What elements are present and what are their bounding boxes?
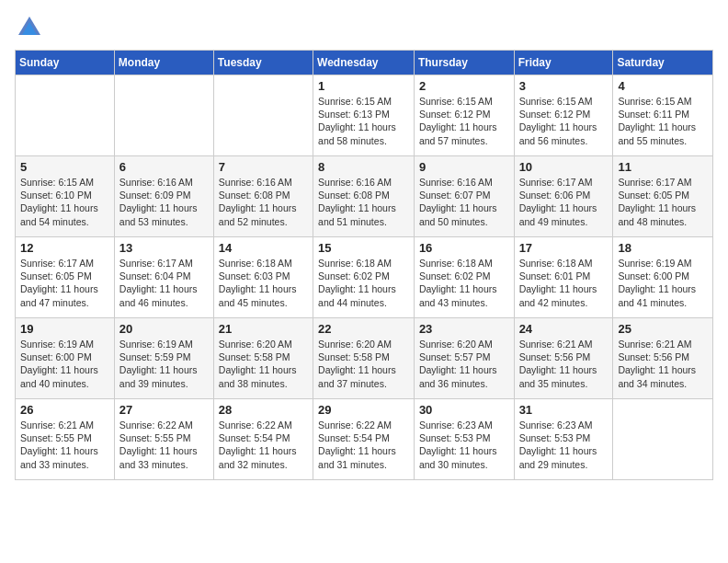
day-number: 14 xyxy=(219,241,308,255)
day-number: 1 xyxy=(318,79,409,93)
calendar-cell: 26Sunrise: 6:21 AM Sunset: 5:55 PM Dayli… xyxy=(16,399,115,480)
day-number: 29 xyxy=(318,403,409,417)
day-info: Sunrise: 6:19 AM Sunset: 6:00 PM Dayligh… xyxy=(20,338,109,390)
calendar-cell: 14Sunrise: 6:18 AM Sunset: 6:03 PM Dayli… xyxy=(213,237,313,318)
day-info: Sunrise: 6:20 AM Sunset: 5:58 PM Dayligh… xyxy=(318,338,409,390)
day-number: 20 xyxy=(119,322,209,336)
calendar-cell: 6Sunrise: 6:16 AM Sunset: 6:09 PM Daylig… xyxy=(114,156,213,237)
logo-icon xyxy=(17,15,42,40)
calendar-cell: 18Sunrise: 6:19 AM Sunset: 6:00 PM Dayli… xyxy=(613,237,713,318)
day-number: 12 xyxy=(20,241,109,255)
day-info: Sunrise: 6:18 AM Sunset: 6:01 PM Dayligh… xyxy=(519,257,609,309)
day-number: 31 xyxy=(519,403,609,417)
calendar-week-2: 5Sunrise: 6:15 AM Sunset: 6:10 PM Daylig… xyxy=(16,156,713,237)
calendar-cell xyxy=(613,399,713,480)
day-info: Sunrise: 6:22 AM Sunset: 5:54 PM Dayligh… xyxy=(318,419,409,471)
day-info: Sunrise: 6:15 AM Sunset: 6:10 PM Dayligh… xyxy=(20,176,109,228)
day-info: Sunrise: 6:23 AM Sunset: 5:53 PM Dayligh… xyxy=(419,419,509,471)
calendar-cell: 31Sunrise: 6:23 AM Sunset: 5:53 PM Dayli… xyxy=(514,399,613,480)
day-number: 9 xyxy=(419,160,509,174)
day-info: Sunrise: 6:16 AM Sunset: 6:08 PM Dayligh… xyxy=(318,176,409,228)
day-number: 4 xyxy=(618,79,708,93)
weekday-header-wednesday: Wednesday xyxy=(313,51,415,75)
day-info: Sunrise: 6:16 AM Sunset: 6:08 PM Dayligh… xyxy=(219,176,308,228)
calendar-cell: 1Sunrise: 6:15 AM Sunset: 6:13 PM Daylig… xyxy=(313,75,415,156)
weekday-header-sunday: Sunday xyxy=(16,51,115,75)
day-number: 5 xyxy=(20,160,109,174)
day-info: Sunrise: 6:17 AM Sunset: 6:05 PM Dayligh… xyxy=(20,257,109,309)
day-info: Sunrise: 6:20 AM Sunset: 5:58 PM Dayligh… xyxy=(219,338,308,390)
day-number: 13 xyxy=(119,241,209,255)
day-number: 16 xyxy=(419,241,509,255)
day-number: 21 xyxy=(219,322,308,336)
calendar-cell: 23Sunrise: 6:20 AM Sunset: 5:57 PM Dayli… xyxy=(414,318,514,399)
day-info: Sunrise: 6:15 AM Sunset: 6:12 PM Dayligh… xyxy=(419,95,509,147)
calendar-cell: 8Sunrise: 6:16 AM Sunset: 6:08 PM Daylig… xyxy=(313,156,415,237)
calendar-cell: 15Sunrise: 6:18 AM Sunset: 6:02 PM Dayli… xyxy=(313,237,415,318)
day-info: Sunrise: 6:18 AM Sunset: 6:03 PM Dayligh… xyxy=(219,257,308,309)
day-info: Sunrise: 6:22 AM Sunset: 5:54 PM Dayligh… xyxy=(219,419,308,471)
calendar-cell: 4Sunrise: 6:15 AM Sunset: 6:11 PM Daylig… xyxy=(613,75,713,156)
day-info: Sunrise: 6:21 AM Sunset: 5:56 PM Dayligh… xyxy=(618,338,708,390)
day-info: Sunrise: 6:19 AM Sunset: 5:59 PM Dayligh… xyxy=(119,338,209,390)
day-info: Sunrise: 6:15 AM Sunset: 6:12 PM Dayligh… xyxy=(519,95,609,147)
calendar-week-1: 1Sunrise: 6:15 AM Sunset: 6:13 PM Daylig… xyxy=(16,75,713,156)
calendar-week-3: 12Sunrise: 6:17 AM Sunset: 6:05 PM Dayli… xyxy=(16,237,713,318)
day-number: 27 xyxy=(119,403,209,417)
calendar-cell: 30Sunrise: 6:23 AM Sunset: 5:53 PM Dayli… xyxy=(414,399,514,480)
day-info: Sunrise: 6:21 AM Sunset: 5:55 PM Dayligh… xyxy=(20,419,109,471)
day-number: 17 xyxy=(519,241,609,255)
calendar-cell: 7Sunrise: 6:16 AM Sunset: 6:08 PM Daylig… xyxy=(213,156,313,237)
calendar-cell: 9Sunrise: 6:16 AM Sunset: 6:07 PM Daylig… xyxy=(414,156,514,237)
day-number: 15 xyxy=(318,241,409,255)
logo xyxy=(15,15,42,40)
calendar-cell: 16Sunrise: 6:18 AM Sunset: 6:02 PM Dayli… xyxy=(414,237,514,318)
weekday-header-row: SundayMondayTuesdayWednesdayThursdayFrid… xyxy=(16,51,713,75)
day-info: Sunrise: 6:15 AM Sunset: 6:13 PM Dayligh… xyxy=(318,95,409,147)
day-info: Sunrise: 6:20 AM Sunset: 5:57 PM Dayligh… xyxy=(419,338,509,390)
calendar-cell: 21Sunrise: 6:20 AM Sunset: 5:58 PM Dayli… xyxy=(213,318,313,399)
calendar-cell: 29Sunrise: 6:22 AM Sunset: 5:54 PM Dayli… xyxy=(313,399,415,480)
day-number: 30 xyxy=(419,403,509,417)
day-number: 19 xyxy=(20,322,109,336)
calendar-cell: 19Sunrise: 6:19 AM Sunset: 6:00 PM Dayli… xyxy=(16,318,115,399)
calendar-cell: 24Sunrise: 6:21 AM Sunset: 5:56 PM Dayli… xyxy=(514,318,613,399)
calendar-cell: 22Sunrise: 6:20 AM Sunset: 5:58 PM Dayli… xyxy=(313,318,415,399)
day-number: 28 xyxy=(219,403,308,417)
calendar-cell: 13Sunrise: 6:17 AM Sunset: 6:04 PM Dayli… xyxy=(114,237,213,318)
day-number: 23 xyxy=(419,322,509,336)
weekday-header-saturday: Saturday xyxy=(613,51,713,75)
day-number: 2 xyxy=(419,79,509,93)
day-info: Sunrise: 6:22 AM Sunset: 5:55 PM Dayligh… xyxy=(119,419,209,471)
day-number: 8 xyxy=(318,160,409,174)
day-info: Sunrise: 6:23 AM Sunset: 5:53 PM Dayligh… xyxy=(519,419,609,471)
day-info: Sunrise: 6:16 AM Sunset: 6:07 PM Dayligh… xyxy=(419,176,509,228)
day-number: 3 xyxy=(519,79,609,93)
calendar-table: SundayMondayTuesdayWednesdayThursdayFrid… xyxy=(15,50,713,480)
day-info: Sunrise: 6:21 AM Sunset: 5:56 PM Dayligh… xyxy=(519,338,609,390)
day-info: Sunrise: 6:16 AM Sunset: 6:09 PM Dayligh… xyxy=(119,176,209,228)
calendar-cell: 10Sunrise: 6:17 AM Sunset: 6:06 PM Dayli… xyxy=(514,156,613,237)
day-info: Sunrise: 6:19 AM Sunset: 6:00 PM Dayligh… xyxy=(618,257,708,309)
weekday-header-tuesday: Tuesday xyxy=(213,51,313,75)
day-number: 25 xyxy=(618,322,708,336)
calendar-week-4: 19Sunrise: 6:19 AM Sunset: 6:00 PM Dayli… xyxy=(16,318,713,399)
day-number: 10 xyxy=(519,160,609,174)
weekday-header-thursday: Thursday xyxy=(414,51,514,75)
calendar-cell: 12Sunrise: 6:17 AM Sunset: 6:05 PM Dayli… xyxy=(16,237,115,318)
calendar-cell: 17Sunrise: 6:18 AM Sunset: 6:01 PM Dayli… xyxy=(514,237,613,318)
calendar-cell: 20Sunrise: 6:19 AM Sunset: 5:59 PM Dayli… xyxy=(114,318,213,399)
day-info: Sunrise: 6:17 AM Sunset: 6:04 PM Dayligh… xyxy=(119,257,209,309)
day-info: Sunrise: 6:17 AM Sunset: 6:06 PM Dayligh… xyxy=(519,176,609,228)
calendar-cell: 5Sunrise: 6:15 AM Sunset: 6:10 PM Daylig… xyxy=(16,156,115,237)
day-number: 11 xyxy=(618,160,708,174)
page-header xyxy=(15,15,713,40)
calendar-cell: 3Sunrise: 6:15 AM Sunset: 6:12 PM Daylig… xyxy=(514,75,613,156)
day-info: Sunrise: 6:18 AM Sunset: 6:02 PM Dayligh… xyxy=(419,257,509,309)
weekday-header-friday: Friday xyxy=(514,51,613,75)
calendar-cell xyxy=(213,75,313,156)
weekday-header-monday: Monday xyxy=(114,51,213,75)
day-number: 22 xyxy=(318,322,409,336)
calendar-cell: 2Sunrise: 6:15 AM Sunset: 6:12 PM Daylig… xyxy=(414,75,514,156)
calendar-cell xyxy=(114,75,213,156)
